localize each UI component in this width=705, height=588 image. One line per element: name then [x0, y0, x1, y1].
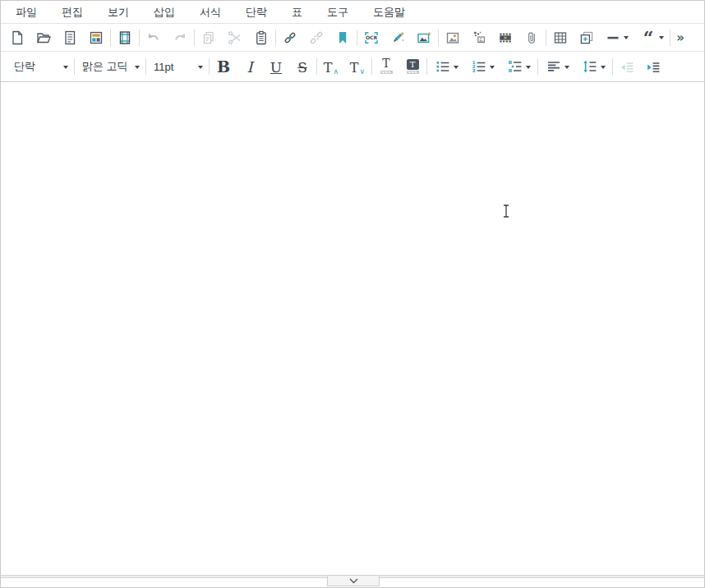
subscript-button[interactable]: T ∨: [344, 54, 371, 79]
insert-frame-button[interactable]: [574, 26, 600, 49]
more-tools-button[interactable]: »: [671, 26, 689, 49]
paragraph-style-value: 단락: [14, 59, 35, 74]
paragraph-style-dropdown[interactable]: 단락: [7, 56, 73, 77]
italic-button[interactable]: I: [237, 54, 263, 79]
menu-tools[interactable]: 도구: [315, 1, 361, 24]
toolbar-separator: [670, 30, 670, 46]
numbered-list-button[interactable]: 1 2 3: [464, 54, 500, 79]
unlink-button[interactable]: [303, 26, 329, 49]
image-icon: [445, 30, 461, 46]
toolbar-separator: [209, 58, 210, 75]
undo-icon: [145, 30, 162, 46]
menu-file[interactable]: 파일: [3, 1, 49, 24]
ai-image-button[interactable]: [411, 26, 437, 49]
toolbar-separator: [145, 58, 146, 75]
copy-button[interactable]: [196, 26, 222, 49]
ai-pen-button[interactable]: [385, 26, 411, 49]
menu-table[interactable]: 표: [279, 1, 315, 24]
attachment-button[interactable]: [518, 26, 545, 49]
toolbar-separator: [426, 58, 427, 75]
redo-icon: [172, 30, 188, 46]
insert-frame-icon: [578, 30, 595, 46]
video-icon: [497, 30, 514, 46]
chevron-down-icon: [63, 66, 68, 69]
indent-button[interactable]: [640, 54, 666, 79]
highlight-color-icon: T: [407, 59, 419, 76]
link-button[interactable]: [277, 26, 303, 49]
ai-image-icon: [416, 30, 432, 46]
editor-content-area[interactable]: [1, 82, 704, 573]
ai-pen-icon: [389, 30, 406, 46]
new-document-icon: [9, 30, 25, 46]
table-icon: [552, 30, 569, 46]
bold-icon: B: [217, 57, 230, 76]
chevron-down-icon: [624, 36, 629, 39]
quote-icon: “: [640, 30, 657, 46]
superscript-button[interactable]: T ∧: [318, 54, 344, 79]
highlight-color-button[interactable]: T: [399, 54, 426, 79]
underline-button[interactable]: U: [263, 54, 289, 79]
link-icon: [282, 30, 298, 46]
bullet-list-button[interactable]: [428, 54, 464, 79]
video-button[interactable]: [492, 26, 518, 49]
open-folder-button[interactable]: [30, 26, 57, 49]
align-button[interactable]: [539, 54, 575, 79]
image-button[interactable]: [440, 26, 466, 49]
copy-icon: [200, 30, 217, 46]
chevron-down-icon: [659, 36, 664, 39]
bullet-list-icon: [435, 58, 451, 75]
menu-edit[interactable]: 편집: [49, 1, 95, 24]
text-document-icon: [62, 30, 78, 46]
menubar: 파일 편집 보기 삽입 서식 단락 표 도구 도움말: [1, 1, 704, 24]
chevron-down-icon: [349, 578, 358, 584]
menu-insert[interactable]: 삽입: [141, 1, 187, 24]
i-beam-cursor-icon: [501, 203, 511, 219]
font-size-dropdown[interactable]: 11pt: [147, 56, 208, 77]
new-document-button[interactable]: [4, 26, 30, 49]
text-color-icon: T: [380, 57, 393, 76]
toolbar-separator: [194, 30, 195, 46]
chevron-down-icon: [490, 66, 495, 69]
underline-icon: U: [270, 59, 282, 76]
font-family-dropdown[interactable]: 맑은 고딕: [76, 56, 145, 77]
toolbar-primary: OCR: [1, 24, 704, 52]
menu-paragraph[interactable]: 단락: [233, 1, 279, 24]
line-spacing-button[interactable]: [575, 54, 611, 79]
menu-format[interactable]: 서식: [187, 1, 233, 24]
toolbar-separator: [371, 58, 372, 75]
template-button[interactable]: [83, 26, 109, 49]
text-color-button[interactable]: T: [373, 54, 399, 79]
toolbar-separator: [74, 58, 75, 75]
horizontal-line-button[interactable]: [600, 26, 634, 49]
bookmark-icon: [334, 30, 351, 46]
menu-help[interactable]: 도움말: [361, 1, 417, 24]
text-document-button[interactable]: [57, 26, 83, 49]
paste-icon: [253, 30, 270, 46]
ocr-button[interactable]: OCR: [358, 26, 385, 49]
collage-button[interactable]: [466, 26, 492, 49]
paste-button[interactable]: [248, 26, 274, 49]
menu-view[interactable]: 보기: [95, 1, 141, 24]
table-button[interactable]: [547, 26, 574, 49]
chevron-down-icon: [135, 66, 140, 69]
line-spacing-icon: [582, 58, 598, 75]
outdent-button[interactable]: [614, 54, 640, 79]
chevron-down-icon: [198, 66, 203, 69]
expand-editor-button[interactable]: [327, 575, 380, 586]
chevrons-right-icon: »: [676, 30, 684, 45]
strikethrough-button[interactable]: S: [289, 54, 316, 79]
toolbar-separator: [110, 30, 111, 46]
toolbar-separator: [612, 58, 613, 75]
open-folder-icon: [35, 30, 52, 46]
bold-button[interactable]: B: [210, 54, 237, 79]
undo-button[interactable]: [141, 26, 167, 49]
redo-button[interactable]: [167, 26, 193, 49]
quote-button[interactable]: “: [634, 26, 669, 49]
multilevel-list-button[interactable]: [500, 54, 537, 79]
toolbar-separator: [546, 30, 546, 46]
cut-button[interactable]: [222, 26, 248, 49]
bookmark-button[interactable]: [329, 26, 356, 49]
page-layout-button[interactable]: [112, 26, 138, 49]
numbered-list-icon: 1 2 3: [471, 58, 487, 75]
template-icon: [88, 30, 104, 46]
